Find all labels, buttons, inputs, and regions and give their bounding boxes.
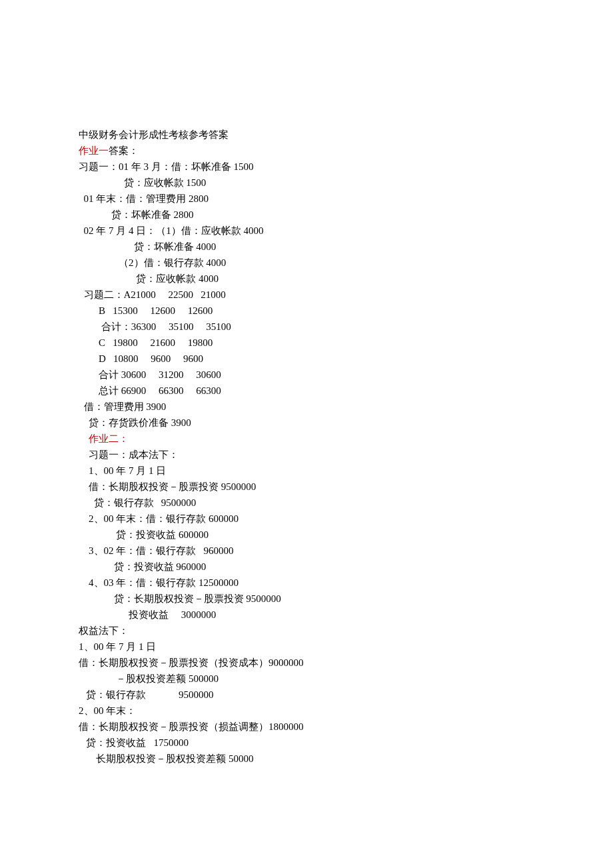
hw2-line: －股权投资差额 500000 (79, 671, 534, 687)
hw1-line: 贷：应收帐款 1500 (79, 175, 534, 191)
hw1-line: 习题二：A21000 22500 21000 (79, 287, 534, 303)
hw2-line: 贷：银行存款 9500000 (79, 495, 534, 511)
hw2-line: 3、02 年：借：银行存款 960000 (79, 543, 534, 559)
hw1-line: 合计：36300 35100 35100 (79, 319, 534, 335)
hw2-line: 1、00 年 7 月 1 日 (79, 463, 534, 479)
document-page: 中级财务会计形成性考核参考答案 作业一答案： 习题一：01 年 3 月：借：坏帐… (0, 0, 613, 767)
hw1-line: 习题一：01 年 3 月：借：坏帐准备 1500 (79, 159, 534, 175)
hw2-line: 权益法下： (79, 623, 534, 639)
hw2-line: 4、03 年：借：银行存款 12500000 (79, 575, 534, 591)
hw2-line: 投资收益 3000000 (79, 607, 534, 623)
hw2-line: 2、00 年末：借：银行存款 600000 (79, 511, 534, 527)
hw1-line: C 19800 21600 19800 (79, 335, 534, 351)
hw2-line: 2、00 年末： (79, 703, 534, 719)
homework1-heading: 作业一答案： (79, 143, 534, 159)
homework2-heading: 作业二： (79, 431, 534, 447)
hw1-line: 02 年 7 月 4 日：（1）借：应收帐款 4000 (79, 223, 534, 239)
document-title: 中级财务会计形成性考核参考答案 (79, 127, 534, 143)
hw2-line: 借：长期股权投资－股票投资 9500000 (79, 479, 534, 495)
hw2-line: 1、00 年 7 月 1 日 (79, 639, 534, 655)
hw1-line: D 10800 9600 9600 (79, 351, 534, 367)
hw2-line: 贷：长期股权投资－股票投资 9500000 (79, 591, 534, 607)
hw1-line: 贷：应收帐款 4000 (79, 271, 534, 287)
hw2-line: 习题一：成本法下： (79, 447, 534, 463)
hw1-line: 合计 30600 31200 30600 (79, 367, 534, 383)
hw2-line: 贷：投资收益 960000 (79, 559, 534, 575)
hw1-line: 贷：坏帐准备 2800 (79, 207, 534, 223)
hw2-line: 贷：投资收益 600000 (79, 527, 534, 543)
hw2-line: 借：长期股权投资－股票投资（投资成本）9000000 (79, 655, 534, 671)
hw1-line: B 15300 12600 12600 (79, 303, 534, 319)
hw2-line: 借：长期股权投资－股票投资（损益调整）1800000 (79, 719, 534, 735)
hw1-line: （2）借：银行存款 4000 (79, 255, 534, 271)
hw1-line: 贷：存货跌价准备 3900 (79, 415, 534, 431)
hw2-line: 长期股权投资－股权投资差额 50000 (79, 751, 534, 767)
hw1-line: 01 年末：借：管理费用 2800 (79, 191, 534, 207)
homework1-suffix: 答案： (109, 145, 139, 156)
hw1-line: 贷：坏帐准备 4000 (79, 239, 534, 255)
hw1-line: 总计 66900 66300 66300 (79, 383, 534, 399)
hw2-line: 贷：投资收益 1750000 (79, 735, 534, 751)
hw2-line: 贷：银行存款 9500000 (79, 687, 534, 703)
hw1-line: 借：管理费用 3900 (79, 399, 534, 415)
homework1-label: 作业一 (79, 145, 109, 156)
